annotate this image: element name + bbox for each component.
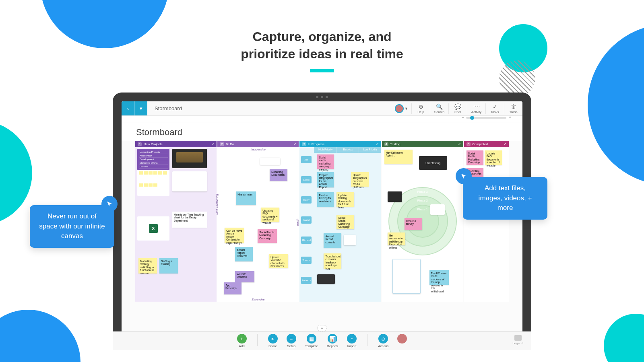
- sticky-note[interactable]: App Redesign: [224, 282, 242, 294]
- bb-label: Actions: [378, 344, 388, 348]
- swimlane[interactable]: Joe: [301, 156, 312, 163]
- actions-button[interactable]: ☺Actions: [378, 334, 388, 348]
- add-button[interactable]: +Add: [237, 334, 247, 348]
- section-title: New Projects: [143, 142, 162, 146]
- breadcrumb[interactable]: Stormboard: [147, 101, 189, 115]
- share-button[interactable]: <Share: [268, 334, 278, 348]
- sticky-note[interactable]: Marketing strategy switching to function…: [138, 258, 157, 274]
- user-menu[interactable]: ▼: [392, 104, 411, 113]
- bb-label: Import: [347, 344, 357, 348]
- toolbar-label: Trash: [509, 110, 517, 114]
- hero-line1: Capture, organize, and: [253, 29, 392, 44]
- search-icon: 🔍: [436, 103, 443, 110]
- swimlane[interactable]: Richard: [301, 237, 312, 244]
- file-card[interactable]: [344, 235, 356, 245]
- reports-button[interactable]: 📊Reports: [327, 334, 338, 348]
- sticky-note[interactable]: The UX team made mockups of the app scre…: [429, 270, 449, 285]
- video-card[interactable]: UserTesting: [419, 156, 447, 170]
- substorm-card[interactable]: [137, 170, 169, 196]
- trash-button[interactable]: 🗑Trash: [504, 103, 522, 114]
- sticky-note[interactable]: Hire an intern: [236, 191, 256, 205]
- section-to-do[interactable]: 2To Do⤢ Inexpensive Expensive Time Consu…: [217, 141, 299, 302]
- sticky-note[interactable]: Social Media Marketing Campaign: [336, 215, 354, 229]
- swimlane[interactable]: Thelma: [301, 257, 312, 264]
- sticky-note[interactable]: Social Media Marketing Campaign: [466, 150, 483, 165]
- image-card[interactable]: [388, 191, 402, 202]
- user-avatar-button[interactable]: [397, 334, 407, 343]
- sticky-note[interactable]: Create a survey: [405, 218, 422, 230]
- sticky-note[interactable]: Update training documents for future hir…: [336, 192, 354, 207]
- project-list[interactable]: Upcoming ProjectsAcceleratorDevelopmentM…: [137, 149, 169, 170]
- bb-label: Share: [268, 344, 277, 348]
- zoom-slider[interactable]: [466, 117, 506, 119]
- sticky-note[interactable]: Staffing + Training: [159, 258, 178, 274]
- sticky-note[interactable]: Update FAQ documents + section of websit…: [485, 150, 502, 165]
- globe-icon: ⊕: [419, 103, 423, 110]
- expand-icon[interactable]: ⤢: [293, 142, 296, 146]
- sticky-note[interactable]: Website Updated: [235, 271, 254, 282]
- bb-label: Add: [239, 344, 245, 348]
- chat-button[interactable]: 💬Chat: [448, 103, 467, 114]
- activity-button[interactable]: 〰Activity: [467, 103, 485, 114]
- nav-menu-button[interactable]: ▾: [134, 101, 147, 115]
- image-card[interactable]: [430, 204, 445, 215]
- sticky-note[interactable]: Update infographics on social media plat…: [351, 172, 369, 187]
- import-button[interactable]: ↑Import: [347, 334, 357, 348]
- zoom-in-icon[interactable]: +: [509, 115, 511, 119]
- sticky-note[interactable]: Prepare infographics for the Annual Repo…: [317, 172, 334, 187]
- expand-icon[interactable]: ⤢: [504, 142, 506, 146]
- col-backlog: Backlog: [336, 147, 359, 153]
- file-card-excel[interactable]: [137, 216, 169, 241]
- expand-icon[interactable]: ⤢: [211, 142, 214, 146]
- sticky-note[interactable]: Finalize training for new intern: [317, 192, 334, 207]
- section-new-projects[interactable]: 1New Projects⤢ Upcoming ProjectsAccelera…: [135, 141, 217, 302]
- axis-label: Inexpensive: [251, 148, 266, 151]
- image-card[interactable]: [317, 274, 335, 284]
- sticky-note[interactable]: Hey Kellyanne Agent…: [384, 150, 413, 164]
- template-button[interactable]: ▦Template: [305, 334, 318, 348]
- help-button[interactable]: ⊕Help: [411, 103, 430, 114]
- device-frame: ‹ ▾ Stormboard ▼ ⊕Help 🔍Search 💬Chat 〰Ac…: [113, 93, 531, 350]
- section-testing[interactable]: 4Testing⤢ Hey Kellyanne Agent… UserTesti…: [382, 141, 463, 302]
- video-label: UserTesting: [419, 156, 447, 170]
- expand-icon[interactable]: ⤢: [376, 142, 379, 146]
- sticky-note[interactable]: Can we move Annual Report Contents to Hi…: [225, 228, 244, 243]
- toolbar-label: Tasks: [491, 110, 499, 114]
- sticky-note[interactable]: Updating FAQ documents + section of webs…: [261, 208, 279, 222]
- wireframe-card[interactable]: [392, 259, 421, 294]
- excel-icon: [149, 224, 158, 233]
- video-card[interactable]: [172, 149, 207, 168]
- expand-icon[interactable]: ⤢: [458, 142, 461, 146]
- camera-dots: [316, 96, 328, 98]
- sticky-note[interactable]: Troubleshoot customer feedback about app…: [324, 253, 341, 269]
- sticky-note[interactable]: Social media marketing campaign meeting …: [317, 154, 334, 169]
- accent-bar: [310, 69, 334, 72]
- swimlane[interactable]: Leslie: [301, 176, 312, 183]
- sticky-note[interactable]: Annual Report Contents: [235, 247, 253, 261]
- zoom-out-icon[interactable]: –: [462, 115, 464, 119]
- legend-icon: [514, 335, 522, 341]
- sticky-note[interactable]: Social Media Marketing Campaign: [258, 229, 277, 243]
- section-in-progress[interactable]: 3In Progress⤢ High Priority Backlog Low …: [299, 141, 381, 302]
- sticky-note[interactable]: Get someone to walkthrough the product w…: [388, 232, 405, 245]
- swimlane[interactable]: Rebecca: [301, 277, 312, 284]
- link-card[interactable]: [260, 158, 280, 165]
- search-button[interactable]: 🔍Search: [430, 103, 448, 114]
- add-section-button[interactable]: +: [317, 325, 327, 331]
- sticky-note[interactable]: Here is our Time Tracking sheet for the …: [172, 212, 207, 228]
- sticky-note[interactable]: Update YouTube channel with new videos: [269, 254, 288, 268]
- section-completed[interactable]: 5Completed⤢ Social Media Marketing Campa…: [464, 141, 509, 302]
- sticky-note[interactable]: Marketing Documents: [270, 169, 287, 181]
- toolbar-label: Help: [417, 110, 424, 114]
- swimlane[interactable]: Ingrid: [301, 216, 312, 224]
- bg-decor: [0, 310, 80, 362]
- legend-button[interactable]: Legend: [512, 335, 522, 345]
- image-card[interactable]: [172, 171, 207, 191]
- sticky-note[interactable]: Annual Report contents: [324, 233, 341, 248]
- setup-button[interactable]: ≡Setup: [287, 334, 296, 348]
- tasks-button[interactable]: ✓Tasks: [485, 103, 504, 114]
- bb-label: Reports: [327, 344, 338, 348]
- swimlane[interactable]: Rainy: [301, 196, 312, 204]
- axis-label: Quick: [297, 219, 299, 226]
- nav-back-button[interactable]: ‹: [122, 101, 134, 115]
